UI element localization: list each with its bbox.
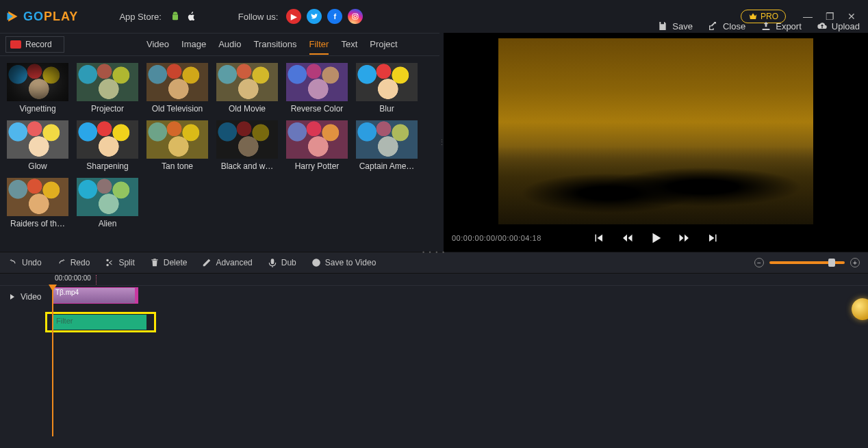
app-store-links: App Store: [119, 11, 196, 22]
filter-item[interactable]: Reverse Color [286, 63, 348, 114]
skip-end-button[interactable] [706, 230, 721, 246]
filter-item[interactable]: Blur [356, 63, 418, 114]
delete-icon [150, 258, 159, 267]
main-area: Record Video Image Audio Transitions Fil… [0, 33, 868, 252]
preview-timecode: 00:00:00:00/00:00:04:18 [452, 234, 541, 242]
filter-item[interactable]: Harry Potter [286, 120, 348, 171]
record-label: Record [25, 40, 52, 49]
filter-thumbnail [356, 63, 418, 101]
play-button[interactable] [648, 230, 663, 246]
tab-audio[interactable]: Audio [218, 35, 241, 55]
advanced-button[interactable]: Advanced [202, 258, 252, 267]
preview-viewport [444, 33, 868, 224]
filter-item[interactable]: Black and w… [216, 120, 278, 171]
export-button[interactable]: Export [761, 21, 802, 31]
undo-icon [8, 258, 18, 267]
filter-item[interactable]: Tan tone [146, 120, 208, 171]
filter-item[interactable]: Vignetting [7, 63, 68, 114]
youtube-icon[interactable]: ▶ [286, 9, 301, 24]
filter-item[interactable]: Alien [77, 178, 138, 228]
appstore-label: App Store: [119, 12, 161, 22]
tab-project[interactable]: Project [370, 35, 397, 55]
filter-thumbnail [7, 120, 68, 159]
tab-filter[interactable]: Filter [309, 35, 329, 55]
save-icon [657, 21, 668, 31]
playback-controls: 00:00:00:00/00:00:04:18 [444, 224, 868, 252]
filter-label: Reverse Color [286, 104, 348, 114]
filter-thumbnail [286, 120, 348, 159]
apple-icon[interactable] [186, 11, 197, 22]
redo-icon [57, 258, 66, 267]
pro-label: PRO [761, 12, 778, 21]
facebook-icon[interactable]: f [327, 9, 342, 24]
record-icon [10, 40, 21, 49]
delete-button[interactable]: Delete [150, 258, 188, 267]
playhead[interactable] [52, 286, 53, 436]
follow-label: Follow us: [238, 12, 279, 22]
zoom-thumb[interactable] [828, 259, 835, 267]
preview-image [498, 38, 813, 224]
filter-label: Raiders of th… [7, 219, 68, 228]
tab-transitions[interactable]: Transitions [253, 35, 296, 55]
android-icon[interactable] [170, 11, 181, 22]
dub-label: Dub [281, 258, 296, 267]
redo-button[interactable]: Redo [57, 258, 90, 267]
split-button[interactable]: Split [105, 258, 134, 267]
filter-item[interactable]: Old Movie [216, 63, 278, 114]
file-actions: Save Close Export Upload [657, 21, 860, 31]
filter-highlight [45, 312, 156, 332]
twitter-icon[interactable] [307, 9, 322, 24]
close-label: Close [723, 21, 745, 31]
frame-back-button[interactable] [620, 230, 635, 246]
skip-start-button[interactable] [591, 230, 606, 246]
toolbar-drag-handle[interactable]: • • • • [422, 249, 446, 256]
save-button[interactable]: Save [657, 21, 693, 31]
ruler-timecode: 00:00:00:00 [55, 274, 91, 282]
zoom-out-button[interactable]: − [754, 258, 764, 267]
dub-button[interactable]: Dub [268, 258, 296, 267]
upload-icon [817, 21, 828, 31]
tab-video[interactable]: Video [146, 35, 169, 55]
timeline: 00:00:00:00 Video Tβ.mp4 Filter [0, 274, 868, 448]
filter-item[interactable]: Projector [77, 63, 138, 114]
video-clip[interactable]: Tβ.mp4 [52, 287, 137, 304]
timeline-ruler[interactable]: 00:00:00:00 [0, 274, 868, 286]
advanced-icon [202, 258, 212, 267]
filter-label: Vignetting [7, 104, 68, 114]
filter-item[interactable]: Glow [7, 120, 68, 171]
upload-button[interactable]: Upload [817, 21, 860, 31]
clip-endcap[interactable] [135, 287, 138, 304]
filter-thumbnail [7, 178, 68, 216]
filter-thumbnail [146, 63, 208, 101]
save-to-video-button[interactable]: Save to Video [311, 258, 376, 267]
zoom-in-button[interactable]: + [850, 258, 860, 267]
filter-thumbnail [216, 63, 278, 101]
zoom-slider[interactable] [769, 261, 845, 264]
filter-label: Old Television [146, 104, 208, 114]
svg-point-3 [354, 15, 357, 18]
split-icon [105, 258, 114, 267]
logo-icon [5, 10, 19, 23]
filter-item[interactable]: Captain Ame… [356, 120, 418, 171]
filter-thumbnail [77, 120, 138, 159]
filter-label: Blur [356, 104, 418, 114]
filter-item[interactable]: Old Television [146, 63, 208, 114]
close-button[interactable]: Close [708, 21, 745, 31]
undo-label: Undo [22, 258, 42, 267]
filter-label: Black and w… [216, 161, 278, 171]
video-track-icon [8, 293, 16, 301]
instagram-icon[interactable] [348, 9, 363, 24]
filter-item[interactable]: Raiders of th… [7, 178, 68, 228]
tab-image[interactable]: Image [181, 35, 206, 55]
filter-item[interactable]: Sharpening [77, 120, 138, 171]
dub-icon [268, 258, 277, 267]
media-panel: Record Video Image Audio Transitions Fil… [0, 33, 439, 252]
undo-button[interactable]: Undo [8, 258, 42, 267]
tab-text[interactable]: Text [341, 35, 357, 55]
frame-forward-button[interactable] [677, 230, 692, 246]
timeline-body[interactable]: Video Tβ.mp4 Filter [0, 286, 868, 436]
filter-thumbnail [146, 120, 208, 159]
filter-thumbnail [286, 63, 348, 101]
coin-badge[interactable] [852, 298, 868, 320]
record-button[interactable]: Record [5, 36, 64, 53]
